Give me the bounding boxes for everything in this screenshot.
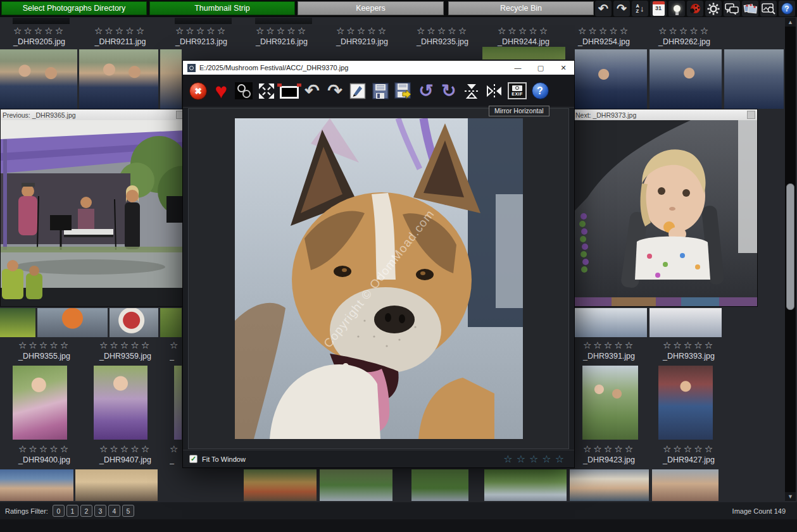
star-rating[interactable]: ☆☆☆☆☆ [645, 25, 724, 37]
thumbnail-cell-partial[interactable]: ☆ _ [170, 443, 182, 465]
thumbnail-photo[interactable] [650, 49, 722, 109]
dialog-titlebar[interactable]: E:/2025/Mushroom Festival/ACC/_DHR9370.j… [183, 61, 574, 75]
thumbnail-photo[interactable] [255, 18, 312, 24]
save-as-button[interactable] [392, 78, 414, 104]
star-rating[interactable]: ☆☆☆☆☆ [242, 25, 321, 37]
thumbnail-cell[interactable]: ☆☆☆☆☆ _DHR9359.jpg [87, 339, 163, 361]
thumbnail-photo[interactable] [13, 366, 67, 440]
thumbnail-cell[interactable]: ☆☆☆☆☆ _DHR9262.jpg [645, 25, 724, 47]
filter-3-button[interactable]: 3 [94, 505, 106, 517]
filter-2-button[interactable]: 2 [80, 505, 92, 517]
thumbnail-cell[interactable]: ☆☆☆☆☆ _DHR9423.jpg [571, 443, 647, 465]
thumbnail-photo[interactable] [0, 308, 35, 337]
image-search-button[interactable] [760, 1, 777, 16]
thumbnail-photo[interactable] [482, 47, 565, 59]
thumbnail-photo[interactable] [94, 366, 147, 440]
filter-1-button[interactable]: 1 [66, 505, 78, 517]
previous-panel-image[interactable] [1, 120, 186, 309]
thumbnail-cell[interactable]: ☆☆☆☆☆ _DHR9205.jpg [0, 25, 78, 47]
fullscreen-button[interactable] [256, 78, 277, 104]
settings-button[interactable] [705, 1, 722, 16]
sort-by-date-button[interactable]: 31 [650, 1, 667, 16]
thumbnail-photo[interactable] [575, 308, 647, 337]
panel-close-button[interactable] [747, 111, 755, 119]
star-rating[interactable]: ☆☆☆☆☆ [0, 25, 78, 37]
exif-button[interactable]: EXIF [506, 78, 528, 104]
thumbnail-cell[interactable]: ☆☆☆☆☆ _DHR9393.jpg [651, 339, 727, 361]
thumbnail-photo[interactable] [244, 469, 317, 501]
save-button[interactable] [370, 78, 391, 104]
thumbnail-cell[interactable]: ☆☆☆☆☆ _DHR9219.jpg [323, 25, 401, 47]
thumbnail-photo[interactable] [0, 469, 73, 501]
next-panel-image[interactable] [574, 120, 757, 309]
tips-button[interactable] [668, 1, 685, 16]
undo-button[interactable]: ↶ [595, 1, 612, 16]
star-rating[interactable]: ☆☆☆☆☆ [403, 25, 482, 37]
vertical-scrollbar[interactable]: ▲ ▼ [785, 18, 796, 501]
thumbnail-photo[interactable] [174, 366, 182, 440]
main-photo[interactable]: Copyright © OdomMoad.com [235, 118, 523, 439]
scrollbar-thumb[interactable] [786, 183, 794, 310]
thumbnail-photo[interactable] [575, 49, 647, 109]
thumbnail-photo[interactable] [75, 469, 158, 501]
mirror-horizontal-button[interactable] [484, 78, 505, 104]
thumbnail-cell-partial[interactable]: ☆ _ [170, 339, 182, 361]
star-rating[interactable]: ☆☆☆☆☆ [651, 443, 727, 455]
thumbnail-photo[interactable] [0, 49, 77, 109]
fit-to-window-checkbox[interactable]: ✓ [189, 455, 198, 463]
feedback-button[interactable] [724, 1, 740, 16]
star-rating[interactable]: ☆☆☆☆☆ [6, 339, 82, 351]
thumbnail-photo[interactable] [160, 308, 182, 337]
thumbnail-photo[interactable] [110, 308, 158, 337]
thumbnail-cell[interactable]: ☆☆☆☆☆ _DHR9427.jpg [651, 443, 727, 465]
edit-button[interactable] [347, 78, 368, 104]
thumbnail-photo[interactable] [582, 366, 638, 440]
thumbnail-photo[interactable] [175, 18, 232, 24]
star-rating[interactable]: ☆☆☆☆☆ [87, 339, 163, 351]
thumbnail-cell[interactable]: ☆☆☆☆☆ _DHR9254.jpg [565, 25, 643, 47]
viewer-help-button[interactable]: ? [529, 78, 551, 104]
filter-0-button[interactable]: 0 [53, 505, 65, 517]
star-rating[interactable]: ☆☆☆☆☆ [323, 25, 401, 37]
scroll-up-button[interactable]: ▲ [785, 18, 796, 27]
star-rating[interactable]: ☆☆☆☆☆ [571, 339, 647, 351]
thumbnail-cell[interactable]: ☆☆☆☆☆ _DHR9216.jpg [242, 25, 321, 47]
maximize-button[interactable]: ▢ [531, 61, 550, 74]
scroll-down-button[interactable]: ▼ [785, 492, 796, 501]
keepers-button[interactable]: Keepers [298, 1, 444, 15]
star-rating[interactable]: ☆☆☆☆☆ [162, 25, 241, 37]
select-directory-button[interactable]: Select Photographs Directory [1, 1, 147, 15]
thumbnail-cell[interactable]: ☆☆☆☆☆ _DHR9244.jpg [484, 25, 563, 47]
undo-edit-button[interactable]: ↶ [301, 78, 323, 104]
slideshow-button[interactable] [742, 1, 758, 16]
lock-handcuffs-button[interactable] [233, 78, 254, 104]
thumbnail-photo[interactable] [650, 308, 722, 337]
star-rating[interactable]: ☆☆☆☆☆ [651, 339, 727, 351]
minimize-button[interactable]: — [508, 61, 527, 74]
star-rating[interactable]: ☆☆☆☆☆ [81, 25, 160, 37]
thumbnail-photo[interactable] [652, 469, 719, 501]
thumbnail-cell[interactable]: ☆☆☆☆☆ _DHR9211.jpg [81, 25, 160, 47]
thumbnail-photo[interactable] [570, 469, 649, 501]
star-rating[interactable]: ☆☆☆☆☆ [6, 443, 82, 455]
redo-button[interactable]: ↷ [613, 1, 630, 16]
flip-vertical-button[interactable] [461, 78, 482, 104]
star-rating[interactable]: ☆☆☆☆☆ [571, 443, 647, 455]
thumbnail-cell[interactable]: ☆☆☆☆☆ _DHR9235.jpg [403, 25, 482, 47]
filter-4-button[interactable]: 4 [108, 505, 120, 517]
star-rating[interactable]: ☆☆☆☆☆ [565, 25, 643, 37]
thumbnail-cell[interactable]: ☆☆☆☆☆ _DHR9213.jpg [162, 25, 241, 47]
close-button[interactable]: ✕ [554, 61, 573, 74]
filter-5-button[interactable]: 5 [122, 505, 134, 517]
favorite-button[interactable]: ♥ [210, 78, 232, 104]
thumbnail-photo[interactable] [160, 49, 182, 109]
rotate-left-button[interactable]: ↺ [415, 78, 437, 104]
thumbnail-cell[interactable]: ☆☆☆☆☆ _DHR9355.jpg [6, 339, 82, 361]
thumbnail-cell[interactable]: ☆☆☆☆☆ _DHR9407.jpg [87, 443, 163, 465]
rotate-right-button[interactable]: ↻ [438, 78, 460, 104]
thumbnail-cell[interactable]: ☆☆☆☆☆ _DHR9400.jpg [6, 443, 82, 465]
thumbnail-photo[interactable] [37, 308, 108, 337]
star-rating[interactable]: ☆☆☆☆☆ [484, 25, 563, 37]
recycle-bin-button[interactable]: Recycle Bin [448, 1, 594, 15]
thumbnail-photo[interactable] [724, 49, 784, 109]
